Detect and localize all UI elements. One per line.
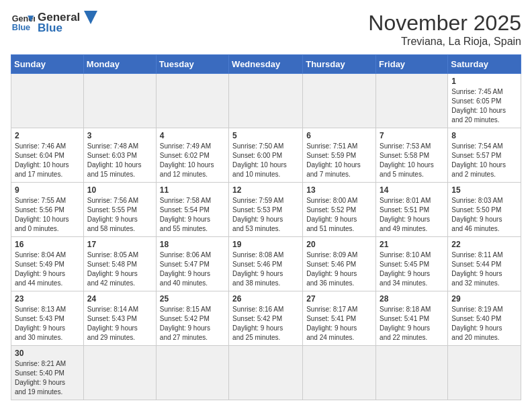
cell-info: Sunrise: 7:54 AM Sunset: 5:57 PM Dayligh… (451, 142, 517, 179)
cell-info: Sunrise: 7:50 AM Sunset: 6:00 PM Dayligh… (232, 142, 299, 179)
day-number: 6 (306, 131, 372, 140)
day-number: 2 (15, 131, 80, 140)
cell-info: Sunrise: 8:03 AM Sunset: 5:50 PM Dayligh… (451, 196, 517, 234)
weekday-header-wednesday: Wednesday (229, 55, 303, 74)
weekday-header-friday: Friday (376, 55, 448, 74)
cell-info: Sunrise: 8:11 AM Sunset: 5:44 PM Dayligh… (451, 250, 517, 288)
calendar-cell (376, 74, 448, 128)
calendar-cell (448, 346, 521, 400)
day-number: 29 (451, 294, 517, 304)
calendar-cell (156, 74, 228, 128)
calendar-week-row: 16Sunrise: 8:04 AM Sunset: 5:49 PM Dayli… (11, 237, 521, 291)
weekday-header-sunday: Sunday (11, 55, 84, 74)
calendar-cell: 1Sunrise: 7:45 AM Sunset: 6:05 PM Daylig… (448, 74, 521, 128)
logo-blue: Blue (38, 21, 97, 35)
cell-info: Sunrise: 7:59 AM Sunset: 5:53 PM Dayligh… (232, 196, 299, 234)
day-number: 7 (380, 131, 444, 140)
day-number: 8 (451, 131, 517, 140)
cell-info: Sunrise: 8:15 AM Sunset: 5:42 PM Dayligh… (160, 305, 225, 342)
cell-info: Sunrise: 8:06 AM Sunset: 5:47 PM Dayligh… (160, 250, 225, 288)
calendar-cell: 28Sunrise: 8:18 AM Sunset: 5:41 PM Dayli… (376, 291, 448, 346)
calendar-cell: 13Sunrise: 8:00 AM Sunset: 5:52 PM Dayli… (303, 183, 376, 237)
day-number: 11 (160, 185, 225, 195)
day-number: 27 (306, 294, 372, 304)
cell-info: Sunrise: 7:58 AM Sunset: 5:54 PM Dayligh… (160, 196, 225, 234)
day-number: 28 (380, 294, 444, 304)
day-number: 20 (306, 240, 372, 249)
location-title: Treviana, La Rioja, Spain (368, 36, 521, 48)
weekday-header-thursday: Thursday (303, 55, 376, 74)
day-number: 14 (380, 185, 444, 195)
calendar-cell (303, 346, 376, 400)
day-number: 19 (232, 240, 299, 249)
calendar-cell: 16Sunrise: 8:04 AM Sunset: 5:49 PM Dayli… (11, 237, 84, 291)
day-number: 16 (15, 240, 80, 249)
cell-info: Sunrise: 8:21 AM Sunset: 5:40 PM Dayligh… (15, 359, 80, 397)
day-number: 25 (160, 294, 225, 304)
calendar-cell: 9Sunrise: 7:55 AM Sunset: 5:56 PM Daylig… (11, 183, 84, 237)
header: General Blue General Blue November 2025 … (11, 11, 521, 48)
calendar-cell: 5Sunrise: 7:50 AM Sunset: 6:00 PM Daylig… (229, 128, 303, 183)
day-number: 23 (15, 294, 80, 304)
cell-info: Sunrise: 7:49 AM Sunset: 6:02 PM Dayligh… (160, 142, 225, 179)
calendar-cell: 26Sunrise: 8:16 AM Sunset: 5:42 PM Dayli… (229, 291, 303, 346)
cell-info: Sunrise: 8:00 AM Sunset: 5:52 PM Dayligh… (306, 196, 372, 234)
day-number: 30 (15, 349, 80, 358)
calendar-cell: 6Sunrise: 7:51 AM Sunset: 5:59 PM Daylig… (303, 128, 376, 183)
calendar-cell: 3Sunrise: 7:48 AM Sunset: 6:03 PM Daylig… (83, 128, 156, 183)
calendar-cell: 21Sunrise: 8:10 AM Sunset: 5:45 PM Dayli… (376, 237, 448, 291)
cell-info: Sunrise: 8:08 AM Sunset: 5:46 PM Dayligh… (232, 250, 299, 288)
day-number: 15 (451, 185, 517, 195)
cell-info: Sunrise: 8:10 AM Sunset: 5:45 PM Dayligh… (380, 250, 444, 288)
day-number: 5 (232, 131, 299, 140)
cell-info: Sunrise: 7:56 AM Sunset: 5:55 PM Dayligh… (87, 196, 152, 234)
day-number: 13 (306, 185, 372, 195)
calendar-cell (229, 74, 303, 128)
day-number: 22 (451, 240, 517, 249)
day-number: 21 (380, 240, 444, 249)
calendar-week-row: 9Sunrise: 7:55 AM Sunset: 5:56 PM Daylig… (11, 183, 521, 237)
cell-info: Sunrise: 8:16 AM Sunset: 5:42 PM Dayligh… (232, 305, 299, 342)
calendar-cell (229, 346, 303, 400)
cell-info: Sunrise: 8:09 AM Sunset: 5:46 PM Dayligh… (306, 250, 372, 288)
calendar-cell: 23Sunrise: 8:13 AM Sunset: 5:43 PM Dayli… (11, 291, 84, 346)
day-number: 17 (87, 240, 152, 249)
calendar-cell: 24Sunrise: 8:14 AM Sunset: 5:43 PM Dayli… (83, 291, 156, 346)
calendar-cell: 7Sunrise: 7:53 AM Sunset: 5:58 PM Daylig… (376, 128, 448, 183)
calendar-week-row: 23Sunrise: 8:13 AM Sunset: 5:43 PM Dayli… (11, 291, 521, 346)
weekday-header-tuesday: Tuesday (156, 55, 228, 74)
calendar-cell: 4Sunrise: 7:49 AM Sunset: 6:02 PM Daylig… (156, 128, 228, 183)
calendar-cell (303, 74, 376, 128)
day-number: 12 (232, 185, 299, 195)
cell-info: Sunrise: 8:17 AM Sunset: 5:41 PM Dayligh… (306, 305, 372, 342)
cell-info: Sunrise: 7:46 AM Sunset: 6:04 PM Dayligh… (15, 142, 80, 179)
day-number: 24 (87, 294, 152, 304)
svg-text:Blue: Blue (12, 23, 30, 32)
day-number: 3 (87, 131, 152, 140)
cell-info: Sunrise: 8:18 AM Sunset: 5:41 PM Dayligh… (380, 305, 444, 342)
calendar-cell: 25Sunrise: 8:15 AM Sunset: 5:42 PM Dayli… (156, 291, 228, 346)
calendar-cell: 2Sunrise: 7:46 AM Sunset: 6:04 PM Daylig… (11, 128, 84, 183)
day-number: 4 (160, 131, 225, 140)
cell-info: Sunrise: 8:04 AM Sunset: 5:49 PM Dayligh… (15, 250, 80, 288)
calendar-cell: 10Sunrise: 7:56 AM Sunset: 5:55 PM Dayli… (83, 183, 156, 237)
cell-info: Sunrise: 8:05 AM Sunset: 5:48 PM Dayligh… (87, 250, 152, 288)
calendar-cell: 27Sunrise: 8:17 AM Sunset: 5:41 PM Dayli… (303, 291, 376, 346)
cell-info: Sunrise: 8:14 AM Sunset: 5:43 PM Dayligh… (87, 305, 152, 342)
calendar-cell (83, 74, 156, 128)
weekday-header-monday: Monday (83, 55, 156, 74)
day-number: 9 (15, 185, 80, 195)
day-number: 26 (232, 294, 299, 304)
calendar-cell (11, 74, 84, 128)
calendar-cell: 15Sunrise: 8:03 AM Sunset: 5:50 PM Dayli… (448, 183, 521, 237)
weekday-header-row: SundayMondayTuesdayWednesdayThursdayFrid… (11, 55, 521, 74)
calendar-cell: 8Sunrise: 7:54 AM Sunset: 5:57 PM Daylig… (448, 128, 521, 183)
calendar-week-row: 30Sunrise: 8:21 AM Sunset: 5:40 PM Dayli… (11, 346, 521, 400)
calendar-cell: 30Sunrise: 8:21 AM Sunset: 5:40 PM Dayli… (11, 346, 84, 400)
calendar-cell: 29Sunrise: 8:19 AM Sunset: 5:40 PM Dayli… (448, 291, 521, 346)
month-title: November 2025 (368, 11, 521, 36)
calendar-cell (156, 346, 228, 400)
calendar-cell: 14Sunrise: 8:01 AM Sunset: 5:51 PM Dayli… (376, 183, 448, 237)
calendar-cell (83, 346, 156, 400)
calendar-cell: 19Sunrise: 8:08 AM Sunset: 5:46 PM Dayli… (229, 237, 303, 291)
